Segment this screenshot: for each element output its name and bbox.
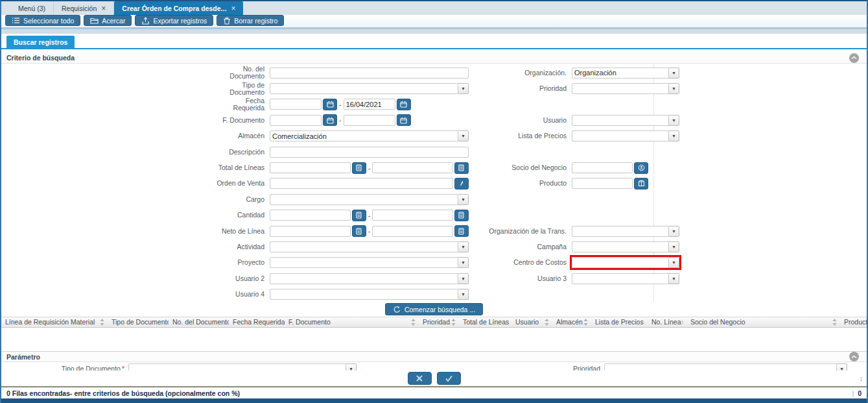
zoom-button[interactable]: Acercar bbox=[84, 15, 132, 26]
socio-negocio-search-button[interactable] bbox=[634, 162, 648, 174]
usuario3-dropdown-button[interactable]: ▾ bbox=[669, 273, 679, 284]
proyecto-input[interactable] bbox=[270, 257, 458, 268]
actividad-input[interactable] bbox=[270, 241, 458, 252]
column-header[interactable]: Fecha Requerida bbox=[229, 317, 285, 327]
chevron-down-icon: ▾ bbox=[672, 70, 675, 76]
organizacion-dropdown-button[interactable]: ▾ bbox=[669, 67, 679, 79]
tab-menu[interactable]: Menú (3) bbox=[10, 1, 54, 15]
f-documento-from-calendar-button[interactable] bbox=[323, 114, 337, 126]
param-prioridad-input[interactable] bbox=[604, 363, 837, 371]
column-header[interactable]: Prioridad bbox=[419, 317, 459, 327]
neto-linea-to-calculator-button[interactable] bbox=[454, 225, 469, 237]
start-search-button[interactable]: Comenzar búsqueda ... bbox=[385, 303, 483, 315]
usuario2-input[interactable] bbox=[270, 273, 458, 284]
usuario3-combo: ▾ bbox=[572, 273, 679, 284]
centro-costos-label: Centro de Costos bbox=[473, 259, 567, 266]
campana-dropdown-button[interactable]: ▾ bbox=[669, 241, 679, 252]
param-tipo-documento-input[interactable] bbox=[128, 363, 346, 371]
usuario4-dropdown-button[interactable]: ▾ bbox=[458, 289, 469, 300]
centro-costos-dropdown-button[interactable]: ▾ bbox=[669, 257, 679, 268]
sort-icon bbox=[832, 319, 837, 326]
column-header[interactable]: Socio del Negocio bbox=[686, 317, 840, 327]
neto-linea-from-calculator-button[interactable] bbox=[352, 225, 366, 237]
usuario-input[interactable] bbox=[572, 115, 669, 126]
fecha-requerida-from-input[interactable] bbox=[270, 99, 322, 110]
confirm-button[interactable] bbox=[437, 372, 461, 385]
cancel-button[interactable] bbox=[408, 372, 432, 385]
usuario-dropdown-button[interactable]: ▾ bbox=[669, 115, 679, 126]
column-header[interactable]: No. Línea bbox=[648, 317, 686, 327]
prioridad-label: Prioridad bbox=[473, 85, 567, 92]
proyecto-dropdown-button[interactable]: ▾ bbox=[458, 257, 469, 268]
column-header[interactable]: Línea de Requisición Material bbox=[1, 317, 108, 327]
usuario3-input[interactable] bbox=[572, 273, 669, 284]
campana-input[interactable] bbox=[572, 241, 669, 252]
prioridad-input[interactable] bbox=[572, 83, 669, 94]
neto-linea-to-input[interactable] bbox=[372, 226, 453, 237]
fecha-requerida-to-calendar-button[interactable] bbox=[397, 99, 411, 110]
socio-negocio-input[interactable] bbox=[572, 162, 633, 173]
tab-crear-orden[interactable]: Crear Órden de Compra desde...× bbox=[114, 1, 243, 15]
column-header[interactable]: Producto bbox=[840, 317, 867, 327]
org-trans-input[interactable] bbox=[572, 226, 669, 237]
neto-linea-from-input[interactable] bbox=[270, 226, 351, 237]
column-header[interactable]: Usuario bbox=[511, 317, 552, 327]
orden-venta-record-button[interactable] bbox=[454, 178, 469, 189]
total-lineas-to-input[interactable] bbox=[372, 162, 453, 173]
select-all-button[interactable]: Seleccionar todo bbox=[5, 15, 80, 26]
usuario4-input[interactable] bbox=[270, 289, 458, 300]
cantidad-from-input[interactable] bbox=[270, 210, 351, 221]
fecha-requerida-from-calendar-button[interactable] bbox=[323, 99, 337, 110]
organizacion-input[interactable] bbox=[572, 67, 669, 79]
tipo-documento-input[interactable] bbox=[270, 83, 458, 94]
almacen-input[interactable] bbox=[270, 130, 458, 141]
collapse-button[interactable] bbox=[849, 53, 859, 63]
orden-venta-input[interactable] bbox=[270, 178, 453, 189]
producto-search-button[interactable] bbox=[634, 178, 648, 189]
org-trans-dropdown-button[interactable]: ▾ bbox=[669, 226, 679, 237]
actividad-dropdown-button[interactable]: ▾ bbox=[458, 241, 469, 252]
collapse-button[interactable] bbox=[849, 352, 859, 361]
centro-costos-input[interactable] bbox=[572, 257, 669, 268]
confirm-panel: ↕ bbox=[1, 371, 867, 386]
org-trans-label: Organización de la Trans. bbox=[473, 228, 567, 235]
export-records-button[interactable]: Exportar registros bbox=[135, 15, 213, 26]
descripcion-input[interactable] bbox=[270, 147, 469, 158]
f-documento-from-input[interactable] bbox=[270, 115, 322, 126]
almacen-dropdown-button[interactable]: ▾ bbox=[458, 130, 469, 141]
cantidad-from-calculator-button[interactable] bbox=[352, 210, 366, 221]
f-documento-to-input[interactable] bbox=[344, 115, 395, 126]
delete-record-button[interactable]: Borrar registro bbox=[217, 15, 284, 26]
tipo-documento-dropdown-button[interactable]: ▾ bbox=[458, 83, 469, 94]
producto-input[interactable] bbox=[572, 178, 633, 189]
f-documento-to-calendar-button[interactable] bbox=[397, 114, 411, 126]
f-documento-label: F. Documento bbox=[213, 117, 264, 124]
param-prioridad-dropdown-button[interactable]: ▾ bbox=[837, 363, 847, 371]
close-icon[interactable]: × bbox=[231, 5, 235, 12]
fecha-requerida-to-input[interactable] bbox=[344, 99, 395, 110]
column-header[interactable]: Total de Líneas bbox=[459, 317, 511, 327]
column-header[interactable]: No. del Documento bbox=[169, 317, 229, 327]
column-header[interactable]: Lista de Precios bbox=[591, 317, 648, 327]
total-lineas-from-calculator-button[interactable] bbox=[352, 162, 366, 174]
usuario2-dropdown-button[interactable]: ▾ bbox=[458, 273, 469, 284]
cargo-input[interactable] bbox=[270, 194, 458, 205]
column-header[interactable]: Almacén bbox=[552, 317, 591, 327]
lista-precios-input[interactable] bbox=[572, 130, 669, 141]
cantidad-to-calculator-button[interactable] bbox=[454, 210, 469, 221]
prioridad-dropdown-button[interactable]: ▾ bbox=[669, 83, 679, 94]
column-header[interactable]: F. Documento bbox=[285, 317, 419, 327]
param-tipo-documento-dropdown-button[interactable]: ▾ bbox=[346, 363, 357, 371]
tab-requisicion[interactable]: Requisición× bbox=[54, 1, 114, 15]
resize-anchor-icon[interactable]: ↕ bbox=[860, 375, 863, 382]
tab-buscar-registros[interactable]: Buscar registros bbox=[6, 36, 75, 48]
close-icon[interactable]: × bbox=[101, 5, 106, 12]
chevron-down-icon: ▾ bbox=[672, 260, 675, 265]
cargo-dropdown-button[interactable]: ▾ bbox=[458, 194, 469, 205]
column-header[interactable]: Tipo de Documento bbox=[108, 317, 169, 327]
total-lineas-from-input[interactable] bbox=[270, 162, 351, 173]
total-lineas-to-calculator-button[interactable] bbox=[454, 162, 469, 174]
lista-precios-dropdown-button[interactable]: ▾ bbox=[669, 130, 679, 141]
no-documento-input[interactable] bbox=[270, 67, 469, 79]
cantidad-to-input[interactable] bbox=[372, 210, 453, 221]
